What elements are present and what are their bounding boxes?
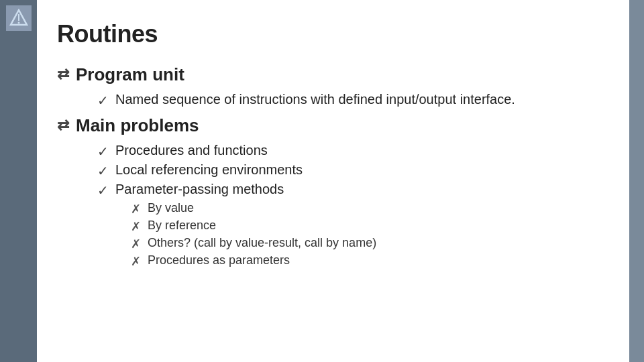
by-reference-label: By reference [148,219,216,233]
x-bullet-3: ✗ [131,237,141,251]
arrow-bullet-2: ⇄ [57,117,69,134]
slide-title: Routines [57,20,596,48]
level2-parameter-passing: ✓ Parameter-passing methods [97,182,596,198]
x-bullet-4: ✗ [131,254,141,269]
level3-procedures-as-params: ✗ Procedures as parameters [131,253,596,269]
level3-by-value: ✗ By value [131,201,596,217]
level2-named-sequence: ✓ Named sequence of instructions with de… [97,92,596,109]
check-bullet-4: ✓ [97,182,109,198]
check-bullet-3: ✓ [97,163,109,179]
procedures-functions-label: Procedures and functions [115,143,268,158]
logo-box [6,5,32,31]
procedures-as-params-label: Procedures as parameters [148,253,290,267]
by-value-label: By value [148,201,194,215]
check-bullet-2: ✓ [97,143,109,160]
parameter-passing-label: Parameter-passing methods [115,182,284,197]
program-unit-label: Program unit [76,64,184,85]
local-referencing-label: Local referencing environments [115,162,303,178]
program-unit-sublist: ✓ Named sequence of instructions with de… [97,92,596,109]
main-problems-label: Main problems [76,115,199,136]
arrow-bullet-1: ⇄ [57,66,69,83]
x-bullet-2: ✗ [131,219,141,234]
x-bullet-1: ✗ [131,202,141,217]
level1-main-problems: ⇄ Main problems [57,115,596,136]
left-sidebar [0,0,37,362]
main-content: Routines ⇄ Program unit ✓ Named sequence… [37,0,629,362]
main-problems-sublist: ✓ Procedures and functions ✓ Local refer… [97,143,596,269]
level3-by-reference: ✗ By reference [131,219,596,234]
logo-icon [9,9,28,27]
others-label: Others? (call by value-result, call by n… [148,236,376,250]
level1-program-unit: ⇄ Program unit [57,64,596,85]
right-sidebar [629,0,644,362]
parameter-passing-sublist: ✗ By value ✗ By reference ✗ Others? (cal… [131,201,596,269]
level2-local-referencing: ✓ Local referencing environments [97,162,596,179]
check-bullet-1: ✓ [97,93,109,109]
named-sequence-label: Named sequence of instructions with defi… [115,92,515,107]
level3-others: ✗ Others? (call by value-result, call by… [131,236,596,251]
svg-point-2 [17,22,19,24]
level2-procedures-functions: ✓ Procedures and functions [97,143,596,160]
